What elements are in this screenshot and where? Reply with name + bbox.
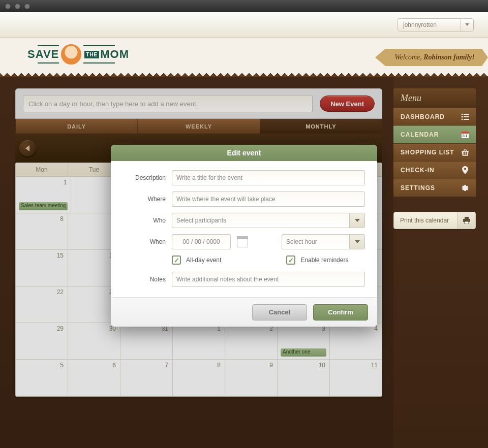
- calendar-day[interactable]: 5: [16, 360, 68, 396]
- calendar-day[interactable]: 7: [120, 360, 173, 396]
- confirm-button[interactable]: Confirm: [313, 304, 368, 321]
- site-header: SAVE THE MOM Welcome, Robinson family!: [0, 38, 488, 71]
- svg-rect-1: [464, 114, 469, 115]
- dow-mon: Mon: [16, 163, 68, 176]
- calendar-week: 567891011: [16, 360, 382, 396]
- svg-point-4: [462, 119, 463, 120]
- day-number: 15: [57, 252, 64, 259]
- calendar-day[interactable]: 3Another one: [278, 323, 330, 359]
- date-input[interactable]: 00 / 00 / 0000: [172, 234, 231, 249]
- svg-rect-10: [465, 217, 469, 219]
- calendar-event[interactable]: Another one: [281, 348, 326, 357]
- calendar-icon: 31: [461, 130, 470, 139]
- day-number: 11: [371, 362, 378, 369]
- menu-header: Menu: [393, 88, 476, 108]
- svg-point-0: [462, 114, 463, 115]
- label-when: When: [123, 238, 166, 245]
- svg-text:31: 31: [463, 134, 468, 138]
- calendar-day[interactable]: 22: [16, 286, 68, 323]
- gear-icon: [461, 183, 470, 193]
- sidebar-item-label: CALENDAR: [401, 131, 439, 138]
- who-select[interactable]: Select participants: [172, 213, 365, 228]
- svg-point-2: [462, 116, 463, 118]
- sidebar: Menu DASHBOARD CALENDAR 31 SHOPPING LIST: [393, 77, 488, 448]
- window-zoom-dot[interactable]: [24, 4, 30, 9]
- calendar-day[interactable]: 9: [225, 360, 278, 396]
- logo-text-the: THE: [84, 51, 99, 58]
- logo-text-save: SAVE: [27, 48, 59, 61]
- logo-text-mom: MOM: [100, 48, 129, 61]
- svg-point-9: [464, 168, 466, 170]
- user-select-value: johnnyrotten: [403, 21, 437, 28]
- sidebar-item-dashboard[interactable]: DASHBOARD: [393, 108, 476, 125]
- where-input[interactable]: Write where the event will take place: [172, 191, 365, 207]
- calendar-day[interactable]: 10: [278, 360, 330, 396]
- view-tabs: DAILY WEEKLY MONTHLY: [15, 119, 382, 134]
- svg-rect-5: [464, 119, 469, 120]
- app-toolbar: johnnyrotten: [0, 12, 488, 38]
- day-number: 5: [60, 362, 64, 369]
- chevron-down-icon: [349, 235, 364, 249]
- welcome-ribbon: Welcome, Robinson family!: [385, 49, 488, 66]
- day-number: 1: [64, 179, 67, 186]
- sidebar-item-shopping-list[interactable]: SHOPPING LIST: [393, 143, 476, 161]
- date-picker-icon[interactable]: [237, 236, 248, 247]
- day-number: 22: [57, 289, 64, 296]
- svg-rect-12: [465, 221, 469, 224]
- svg-rect-3: [464, 116, 469, 117]
- window-close-dot[interactable]: [5, 4, 11, 9]
- tab-weekly[interactable]: WEEKLY: [138, 119, 260, 134]
- hour-select[interactable]: Select hour: [282, 234, 365, 249]
- calendar-day[interactable]: 1: [173, 323, 225, 359]
- calendar-day[interactable]: 4: [330, 323, 382, 359]
- sidebar-item-check-in[interactable]: CHECK-IN: [393, 161, 476, 179]
- allday-checkbox[interactable]: ✓: [172, 255, 181, 265]
- logo-face-icon: [61, 44, 81, 65]
- user-select[interactable]: johnnyrotten: [398, 18, 474, 31]
- calendar-week: 293031123Another one4: [16, 323, 382, 360]
- prev-month-button[interactable]: [19, 140, 36, 156]
- calendar-day[interactable]: 8: [173, 360, 225, 396]
- calendar-day[interactable]: 2: [225, 323, 278, 359]
- new-event-button[interactable]: New Event: [320, 95, 375, 112]
- chevron-down-icon: [349, 213, 364, 228]
- basket-icon: [461, 148, 470, 157]
- pin-icon: [461, 166, 470, 175]
- calendar-day[interactable]: 1Sales team meeting: [16, 177, 71, 213]
- tab-daily[interactable]: DAILY: [16, 119, 138, 134]
- sidebar-item-label: SHOPPING LIST: [401, 149, 454, 156]
- calendar-day[interactable]: 15: [16, 250, 68, 286]
- day-number: 29: [57, 325, 64, 332]
- reminders-checkbox[interactable]: ✓: [286, 255, 295, 265]
- new-event-placeholder: Click on a day or hour, then type here t…: [28, 100, 198, 108]
- calendar-day[interactable]: 11: [330, 360, 382, 396]
- new-event-input[interactable]: Click on a day or hour, then type here t…: [23, 95, 313, 112]
- calendar-day[interactable]: 31: [120, 323, 173, 359]
- calendar-event[interactable]: Sales team meeting: [19, 202, 68, 210]
- edit-event-modal: Edit event Description Write a title for…: [111, 145, 377, 327]
- day-number: 8: [60, 215, 64, 222]
- brand-logo[interactable]: SAVE THE MOM: [27, 44, 129, 65]
- notes-input[interactable]: Write additional notes about the event: [172, 272, 365, 287]
- day-number: 9: [269, 362, 273, 369]
- calendar-day[interactable]: 29: [16, 323, 68, 359]
- calendar-day[interactable]: 6: [68, 360, 120, 396]
- reminders-label: Enable reminders: [300, 257, 348, 264]
- chevron-down-icon: [465, 23, 469, 26]
- list-icon: [461, 112, 470, 121]
- description-input[interactable]: Write a title for the event: [172, 170, 365, 185]
- sidebar-item-settings[interactable]: SETTINGS: [393, 179, 476, 197]
- new-event-bar: Click on a day or hour, then type here t…: [15, 88, 382, 119]
- calendar-day[interactable]: 30: [68, 323, 120, 359]
- calendar-day[interactable]: 8: [16, 213, 68, 249]
- chevron-left-icon: [25, 145, 29, 151]
- tab-monthly[interactable]: MONTHLY: [260, 119, 382, 134]
- sidebar-item-label: SETTINGS: [401, 184, 435, 191]
- welcome-prefix: Welcome,: [394, 53, 422, 61]
- sidebar-item-calendar[interactable]: CALENDAR 31: [393, 125, 476, 143]
- window-titlebar: [0, 0, 488, 12]
- cancel-button[interactable]: Cancel: [252, 304, 307, 321]
- window-minimize-dot[interactable]: [15, 4, 20, 9]
- print-calendar-button[interactable]: Print this calendar: [393, 212, 476, 229]
- allday-label: All-day event: [186, 257, 221, 264]
